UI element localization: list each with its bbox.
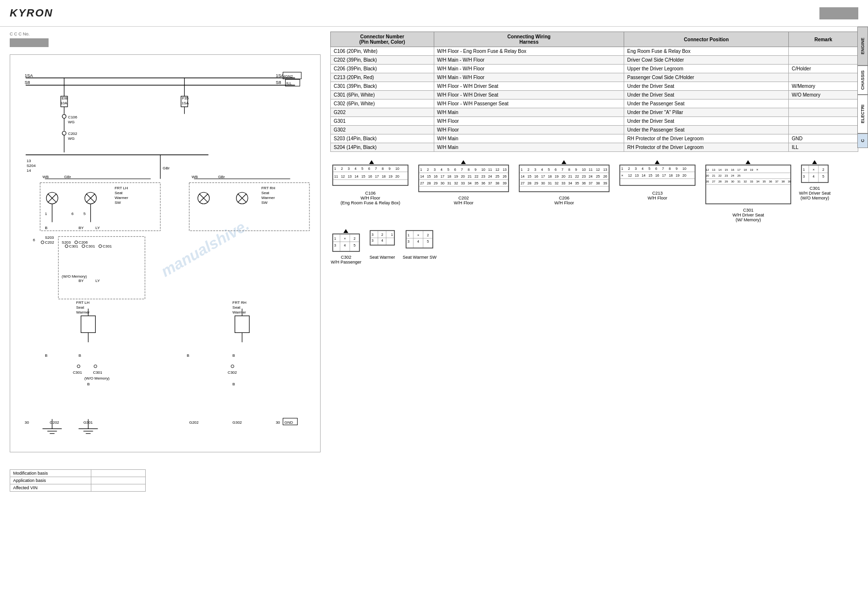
- svg-text:×: ×: [344, 237, 346, 240]
- svg-text:GBr: GBr: [64, 175, 71, 179]
- svg-text:30: 30: [276, 420, 280, 425]
- svg-text:24: 24: [731, 174, 734, 177]
- svg-point-77: [82, 245, 85, 248]
- mod-basis-value: [91, 470, 146, 477]
- svg-text:4: 4: [642, 167, 644, 170]
- svg-text:BY: BY: [79, 226, 84, 230]
- svg-text:2: 2: [628, 167, 630, 170]
- svg-text:22: 22: [575, 175, 579, 178]
- svg-text:WG: WG: [68, 120, 75, 124]
- connector-table: Connector Number(Pin Number, Color) Conn…: [330, 32, 858, 152]
- svg-text:8: 8: [568, 168, 570, 171]
- svg-text:18: 18: [669, 174, 673, 177]
- svg-text:18: 18: [447, 175, 451, 178]
- svg-text:2: 2: [381, 233, 383, 236]
- svg-text:BY: BY: [79, 279, 84, 283]
- svg-text:21: 21: [712, 174, 715, 177]
- main-content: C C C No. 1SA 1SA IGN2 S8 S8 ILL EI8: [0, 27, 868, 574]
- svg-text:38: 38: [495, 182, 499, 185]
- svg-text:20: 20: [562, 175, 565, 178]
- svg-text:4: 4: [441, 168, 443, 171]
- col-header-connector: Connector Number(Pin Number, Color): [331, 32, 434, 47]
- svg-text:C106: C106: [68, 115, 78, 119]
- svg-text:25: 25: [495, 175, 499, 178]
- svg-text:2: 2: [822, 168, 824, 171]
- connector-c301-memory: 1213141516171819 202122232425 2627282930…: [703, 159, 793, 222]
- c301-no-memory-label: C301W/H Driver Seat(W/O Memory): [799, 186, 831, 200]
- svg-text:Warmer: Warmer: [261, 196, 275, 200]
- svg-text:32: 32: [744, 180, 747, 183]
- app-basis-value: [91, 477, 146, 484]
- svg-text:32: 32: [454, 182, 458, 185]
- svg-text:FRT LH: FRT LH: [76, 300, 90, 305]
- svg-text:B: B: [45, 353, 47, 358]
- svg-text:5: 5: [822, 175, 824, 178]
- svg-text:24: 24: [488, 175, 492, 178]
- svg-text:5: 5: [84, 212, 86, 216]
- sub-page-label: C C C No.: [10, 32, 321, 36]
- svg-text:G202: G202: [50, 420, 59, 425]
- svg-text:3: 3: [408, 240, 409, 243]
- svg-point-79: [99, 245, 102, 248]
- svg-text:SW: SW: [261, 200, 268, 205]
- svg-point-24: [62, 132, 66, 135]
- table-row: G301W/H FloorUnder the Driver Seat: [331, 117, 858, 126]
- svg-text:7: 7: [562, 168, 563, 171]
- c301-no-memory-diagram: 1×2 345: [799, 159, 831, 186]
- svg-text:11: 11: [589, 168, 593, 171]
- svg-text:×: ×: [756, 168, 758, 171]
- svg-text:G202: G202: [189, 420, 199, 425]
- svg-text:31: 31: [548, 182, 552, 185]
- svg-text:27: 27: [521, 182, 525, 185]
- svg-text:15: 15: [361, 175, 365, 178]
- svg-text:28: 28: [528, 182, 531, 185]
- wiring-diagram: 1SA 1SA IGN2 S8 S8 ILL EI8 10A F35: [10, 54, 321, 452]
- svg-text:13: 13: [603, 168, 607, 171]
- svg-text:3: 3: [372, 233, 374, 236]
- svg-marker-240: [655, 160, 660, 164]
- svg-text:WB: WB: [43, 175, 49, 179]
- svg-point-99: [77, 365, 80, 368]
- svg-text:5: 5: [548, 168, 550, 171]
- svg-text:9: 9: [389, 167, 391, 170]
- svg-point-20: [62, 115, 66, 118]
- col-header-remark: Remark: [789, 32, 858, 47]
- svg-text:B: B: [45, 226, 47, 230]
- page-header: KYRON: [0, 0, 868, 27]
- svg-text:LY: LY: [95, 226, 100, 230]
- svg-text:2: 2: [354, 237, 356, 240]
- col-header-position: Connector Position: [624, 32, 789, 47]
- svg-text:WG: WG: [68, 136, 75, 141]
- seat-warmer-diagram: 321 34: [368, 228, 397, 255]
- svg-text:G302: G302: [233, 420, 242, 425]
- svg-text:36: 36: [582, 182, 586, 185]
- svg-text:25: 25: [596, 175, 600, 178]
- svg-text:IGN2: IGN2: [284, 74, 293, 79]
- svg-text:14: 14: [521, 175, 525, 178]
- svg-text:4: 4: [355, 167, 357, 170]
- svg-text:C202: C202: [45, 240, 54, 245]
- svg-text:1: 1: [521, 168, 523, 171]
- svg-text:8: 8: [468, 168, 470, 171]
- table-row: C302 (6Pin, White)W/H Floor - W/H Passen…: [331, 99, 858, 108]
- col-header-harness: Connecting WiringHarness: [434, 32, 624, 47]
- svg-text:15: 15: [528, 175, 531, 178]
- svg-text:27: 27: [712, 180, 715, 183]
- svg-text:B: B: [79, 353, 81, 358]
- svg-text:×: ×: [813, 168, 815, 171]
- svg-text:LY: LY: [95, 279, 100, 283]
- svg-text:30: 30: [541, 182, 545, 185]
- svg-text:3: 3: [635, 167, 637, 170]
- svg-text:S203: S203: [45, 235, 54, 240]
- table-row: G302W/H FloorUnder the Passenger Seat: [331, 126, 858, 134]
- svg-text:33: 33: [750, 180, 753, 183]
- vin-value: [91, 484, 146, 492]
- svg-text:13: 13: [503, 168, 507, 171]
- svg-text:GBr: GBr: [163, 166, 170, 170]
- svg-text:17: 17: [662, 174, 666, 177]
- svg-text:ILL: ILL: [287, 81, 292, 85]
- svg-text:9: 9: [475, 168, 477, 171]
- svg-point-104: [231, 365, 234, 368]
- svg-text:35: 35: [575, 182, 579, 185]
- svg-text:37: 37: [775, 180, 779, 183]
